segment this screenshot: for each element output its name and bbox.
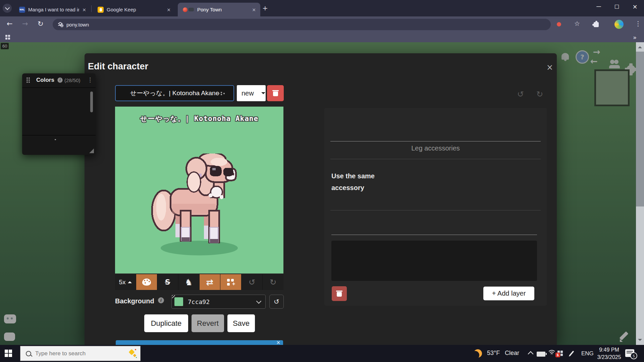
bookmarks-overflow-icon[interactable]: » [633,34,637,41]
trash-icon [273,90,278,96]
extension-badge-icon[interactable] [557,22,561,26]
weather-desc[interactable]: Clear [505,350,519,357]
info-icon: i [158,297,164,303]
background-color-select[interactable]: 7cca92 [171,295,266,309]
window-close-button[interactable]: × [626,0,644,13]
horse-icon: ♞ [185,277,193,287]
tab-divider [91,5,92,12]
sparkle-icon [127,349,137,359]
background-reset-button[interactable]: ↺ [269,295,284,309]
undo-icon[interactable]: ↺ [517,89,524,99]
close-icon[interactable]: × [545,63,555,72]
back-button[interactable]: ← [7,20,13,28]
kebab-menu-icon[interactable]: ⋮ [87,76,93,83]
chevron-down-icon [256,298,262,304]
extensions-icon[interactable] [594,22,599,27]
chevron-down-icon [5,5,9,10]
edit-character-modal: Edit character × new せーやっな。| Kotonoha Ak… [85,53,557,345]
bookmarks-bar: » [0,32,644,42]
tab-title: Google Keep [107,7,164,12]
notification-toast: × [116,340,283,345]
delete-character-button[interactable] [267,85,284,101]
colors-panel: Colors i (28/50) ⋮ [22,73,96,155]
tab-search-button[interactable] [3,4,12,13]
background-label: Background [115,297,154,305]
preview-toolbar: 5x S ♞ ⇄ ↺ ↻ [115,274,283,290]
zoom-level-button[interactable]: 5x [115,274,136,290]
tab-close-icon[interactable]: × [251,7,257,12]
tray-app-icon[interactable]: 6 [557,351,563,356]
search-input[interactable] [35,350,127,357]
address-bar[interactable]: pony.town [53,19,551,30]
time: 9:49 PM [596,346,622,354]
reload-button[interactable]: ↻ [38,20,44,28]
palette-button[interactable] [136,274,157,290]
revert-button[interactable]: Revert [192,314,224,332]
tab-title: Pony Town [197,7,249,12]
pen-icon[interactable] [569,351,574,356]
window-maximize-button[interactable]: □ [608,0,626,13]
browser-tab-bar: MALManga I want to read in 202×Google Ke… [0,0,644,16]
apps-grid-icon[interactable] [5,35,10,40]
battery-icon[interactable] [537,352,545,357]
same-accessory-label: Use the same accessory [331,170,382,194]
save-button[interactable]: Save [227,314,255,332]
extra-slots-button[interactable] [220,274,241,290]
scroll-down-icon[interactable] [638,339,642,343]
kebab-menu-icon[interactable]: ⋮ [635,20,641,27]
page-scrollbar[interactable] [636,42,644,345]
character-slot-select[interactable]: new [237,85,266,101]
colors-scrollbar[interactable] [90,92,93,112]
duplicate-button[interactable]: Duplicate [144,314,188,332]
modal-title: Edit character [88,61,148,72]
preview-character-name: せーやっな。| Kotonoha Akane [115,114,283,123]
palette-icon [142,279,151,286]
tray-expand-icon[interactable] [528,351,534,357]
undo-button[interactable]: ↺ [241,274,262,290]
taskbar-search[interactable] [20,346,141,361]
pony-favicon [182,7,194,13]
redo-icon[interactable]: ↻ [536,89,543,99]
flip-button[interactable]: ⇄ [200,274,220,290]
tab-close-icon[interactable]: × [166,7,172,12]
colors-panel-header[interactable]: Colors i (28/50) ⋮ [22,73,96,87]
wifi-icon[interactable] [547,350,556,357]
apple-icon [183,7,187,12]
zoom-level: 5x [119,279,125,286]
site-info-icon[interactable] [58,22,63,26]
character-name-input[interactable] [115,85,234,101]
browser-tab-mal[interactable]: MALManga I want to read in 202× [15,3,91,16]
info-icon: i [57,77,62,82]
weather-moon-icon[interactable] [474,349,482,358]
delete-layer-button[interactable] [332,286,347,301]
language-indicator[interactable]: ENG [581,350,594,357]
scrollbar-thumb[interactable] [636,52,644,206]
profile-avatar[interactable] [614,20,624,29]
character-preview: せーやっな。| Kotonoha Akane [115,107,283,274]
redo-button[interactable]: ↻ [263,274,283,290]
browser-tab-keep[interactable]: Google Keep× [93,3,175,16]
new-tab-button[interactable]: + [262,4,268,12]
weather-temp[interactable]: 53°F [487,350,500,357]
add-layer-button[interactable]: + Add layer [483,287,534,300]
pose-button[interactable]: ♞ [178,274,199,290]
colors-panel-title: Colors [36,77,54,83]
layer-list-panel [331,241,537,281]
colors-count: (28/50) [64,77,80,83]
resize-handle[interactable] [89,148,94,153]
bookmark-star-icon[interactable]: ☆ [574,20,580,27]
forward-button[interactable]: → [22,20,28,28]
redo-icon: ↻ [270,278,276,287]
screen: 60 ? → ← Edit character × new [0,0,644,362]
drag-handle-icon[interactable] [26,77,30,83]
windows-taskbar: 53°F Clear 6 ENG 9:49 PM 3/23/2025 5 [0,345,644,362]
tab-close-icon[interactable]: × [81,7,87,12]
scroll-up-icon[interactable] [638,44,642,48]
chevron-down-icon [261,92,265,96]
window-minimize-button[interactable]: — [590,0,608,13]
outline-toggle-button[interactable]: S [157,274,178,290]
notification-center-icon[interactable]: 5 [625,349,634,357]
start-button[interactable] [5,350,12,357]
clock[interactable]: 9:49 PM 3/23/2025 [596,346,622,361]
browser-tab-pony[interactable]: Pony Town× [178,3,260,16]
